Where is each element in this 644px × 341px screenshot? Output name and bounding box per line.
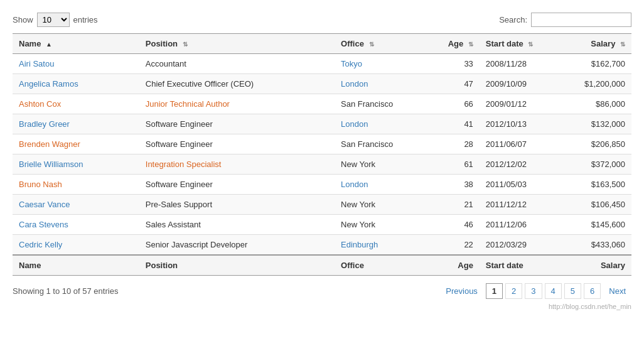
cell-salary: $372,000 — [559, 154, 631, 175]
cell-office: New York — [335, 154, 436, 175]
col-header-startdate[interactable]: Start date — [480, 34, 559, 54]
table-row: Cedric Kelly Senior Javascript Developer… — [13, 235, 631, 256]
cell-startdate: 2012/03/29 — [480, 235, 559, 256]
name-link[interactable]: Cara Stevens — [19, 220, 68, 229]
data-table: Name Position Office Age Start date Sala… — [13, 33, 631, 276]
name-link[interactable]: Caesar Vance — [19, 200, 70, 209]
cell-office: New York — [335, 195, 436, 215]
name-link[interactable]: Brenden Wagner — [19, 139, 80, 149]
table-body: Airi Satou Accountant Tokyo 33 2008/11/2… — [13, 54, 631, 256]
cell-name: Ashton Cox — [13, 94, 139, 114]
office-sort-icon — [369, 41, 374, 48]
pagination-page-6[interactable]: 6 — [584, 283, 601, 299]
col-footer-startdate: Start date — [480, 255, 559, 276]
pagination-page-4[interactable]: 4 — [545, 283, 562, 299]
cell-name: Caesar Vance — [13, 195, 139, 215]
bottom-controls: Showing 1 to 10 of 57 entries Previous12… — [13, 283, 631, 299]
cell-age: 21 — [436, 195, 479, 215]
col-footer-name: Name — [13, 255, 139, 276]
cell-name: Brielle Williamson — [13, 154, 139, 175]
cell-age: 61 — [436, 154, 479, 175]
col-header-position[interactable]: Position — [139, 34, 335, 54]
table-row: Bradley Greer Software Engineer London 4… — [13, 114, 631, 134]
pagination-next[interactable]: Next — [603, 284, 631, 298]
col-header-name[interactable]: Name — [13, 34, 139, 54]
cell-office: Edinburgh — [335, 235, 436, 256]
col-header-age[interactable]: Age — [436, 34, 479, 54]
cell-name: Airi Satou — [13, 54, 139, 74]
cell-position: Software Engineer — [139, 134, 335, 154]
cell-age: 66 — [436, 94, 479, 114]
cell-age: 28 — [436, 134, 479, 154]
cell-office: London — [335, 175, 436, 195]
search-label: Search: — [499, 15, 527, 24]
show-label: Show — [13, 15, 33, 24]
name-link[interactable]: Bruno Nash — [19, 180, 62, 189]
cell-salary: $162,700 — [559, 54, 631, 74]
col-footer-salary: Salary — [559, 255, 631, 276]
name-link[interactable]: Bradley Greer — [19, 119, 70, 129]
cell-office: New York — [335, 215, 436, 235]
position-sort-icon — [183, 41, 188, 48]
show-entries-control: Show 102550100 entries — [13, 13, 98, 27]
cell-startdate: 2011/12/06 — [480, 215, 559, 235]
name-link[interactable]: Ashton Cox — [19, 99, 61, 109]
cell-startdate: 2012/12/02 — [480, 154, 559, 175]
pagination-page-5[interactable]: 5 — [564, 283, 581, 299]
table-row: Brenden Wagner Software Engineer San Fra… — [13, 134, 631, 154]
table-row: Caesar Vance Pre-Sales Support New York … — [13, 195, 631, 215]
name-link[interactable]: Cedric Kelly — [19, 240, 62, 249]
search-input[interactable] — [531, 13, 631, 27]
pagination-page-3[interactable]: 3 — [525, 283, 542, 299]
col-footer-office: Office — [335, 255, 436, 276]
cell-office: San Francisco — [335, 94, 436, 114]
cell-startdate: 2009/01/12 — [480, 94, 559, 114]
cell-name: Brenden Wagner — [13, 134, 139, 154]
name-link[interactable]: Angelica Ramos — [19, 79, 78, 89]
cell-salary: $1,200,000 — [559, 74, 631, 94]
age-sort-icon — [468, 41, 473, 48]
cell-position: Software Engineer — [139, 175, 335, 195]
table-row: Airi Satou Accountant Tokyo 33 2008/11/2… — [13, 54, 631, 74]
cell-salary: $163,500 — [559, 175, 631, 195]
cell-position: Senior Javascript Developer — [139, 235, 335, 256]
cell-startdate: 2012/10/13 — [480, 114, 559, 134]
entries-label: entries — [73, 15, 98, 24]
cell-salary: $132,000 — [559, 114, 631, 134]
cell-age: 38 — [436, 175, 479, 195]
startdate-sort-icon — [528, 41, 533, 48]
entries-select[interactable]: 102550100 — [37, 13, 70, 27]
header-row: Name Position Office Age Start date Sala… — [13, 34, 631, 54]
cell-age: 46 — [436, 215, 479, 235]
pagination-prev[interactable]: Previous — [440, 284, 483, 298]
cell-startdate: 2008/11/28 — [480, 54, 559, 74]
cell-position: Software Engineer — [139, 114, 335, 134]
cell-position: Pre-Sales Support — [139, 195, 335, 215]
pagination-page-1[interactable]: 1 — [486, 283, 503, 299]
cell-position: Sales Assistant — [139, 215, 335, 235]
table-row: Brielle Williamson Integration Specialis… — [13, 154, 631, 175]
cell-salary: $206,850 — [559, 134, 631, 154]
name-link[interactable]: Brielle Williamson — [19, 160, 83, 169]
cell-name: Bradley Greer — [13, 114, 139, 134]
footer-row: Name Position Office Age Start date Sala… — [13, 255, 631, 276]
col-footer-position: Position — [139, 255, 335, 276]
cell-name: Cara Stevens — [13, 215, 139, 235]
top-controls: Show 102550100 entries Search: — [13, 13, 631, 27]
cell-name: Bruno Nash — [13, 175, 139, 195]
info-text: Showing 1 to 10 of 57 entries — [13, 286, 118, 296]
cell-office: London — [335, 74, 436, 94]
salary-sort-icon — [620, 41, 625, 48]
cell-startdate: 2011/06/07 — [480, 134, 559, 154]
pagination-page-2[interactable]: 2 — [505, 283, 522, 299]
col-header-office[interactable]: Office — [335, 34, 436, 54]
cell-age: 33 — [436, 54, 479, 74]
cell-salary: $106,450 — [559, 195, 631, 215]
name-link[interactable]: Airi Satou — [19, 59, 54, 68]
cell-startdate: 2011/12/12 — [480, 195, 559, 215]
cell-salary: $433,060 — [559, 235, 631, 256]
cell-position: Accountant — [139, 54, 335, 74]
col-header-salary[interactable]: Salary — [559, 34, 631, 54]
cell-startdate: 2009/10/09 — [480, 74, 559, 94]
cell-startdate: 2011/05/03 — [480, 175, 559, 195]
